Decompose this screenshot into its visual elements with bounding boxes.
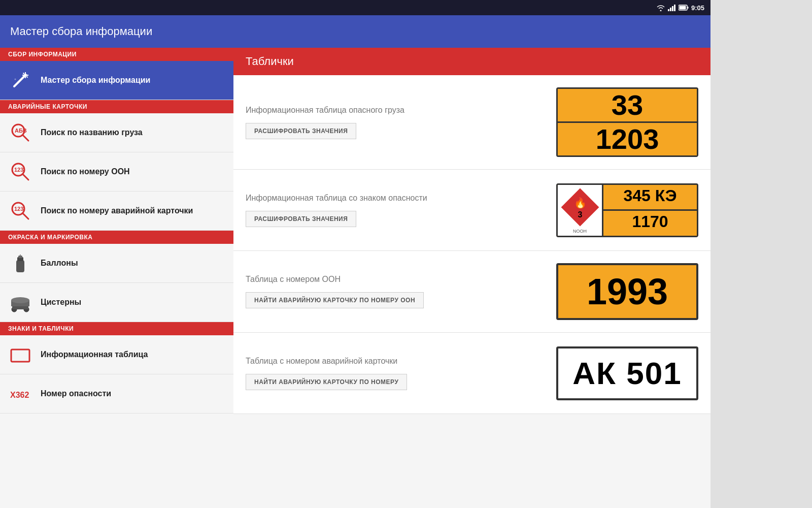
sidebar-item-danger-num[interactable]: X362 Номер опасности	[0, 374, 233, 414]
hazmat-plate-display: 33 1203	[556, 87, 698, 157]
svg-point-32	[11, 297, 29, 303]
battery-icon	[679, 5, 689, 11]
sidebar-item-search-un[interactable]: 123 Поиск по номеру ООН	[0, 152, 233, 192]
tank-icon	[8, 290, 32, 314]
card-un-title: Таблица с номером ООН	[246, 275, 540, 284]
main-layout: СБОР ИНФОРМАЦИИ	[0, 48, 710, 508]
card-hazmat-button[interactable]: РАСШИФРОВАТЬ ЗНАЧЕНИЯ	[246, 123, 356, 139]
search-card-icon: 123	[8, 199, 32, 223]
sidebar-item-master-label: Мастер сбора информации	[41, 76, 150, 85]
svg-rect-2	[672, 6, 673, 11]
svg-rect-26	[16, 260, 24, 272]
svg-text:🔥: 🔥	[573, 197, 586, 209]
sidebar-item-cylinders[interactable]: Баллоны	[0, 244, 233, 283]
app-bar-title: Мастер сбора информации	[10, 25, 152, 38]
svg-text:АБВ: АБВ	[15, 128, 27, 134]
card-ak-left: Таблица с номером аварийной карточки НАЙ…	[246, 357, 540, 390]
svg-line-21	[23, 174, 28, 180]
card-ak-plate-visual: АК 501	[556, 346, 698, 400]
svg-rect-1	[670, 8, 671, 11]
sidebar-item-master[interactable]: Мастер сбора информации	[0, 61, 233, 100]
svg-line-18	[23, 135, 28, 141]
hazmat-plate-bottom: 1203	[558, 123, 697, 155]
content-area: Таблички Информационная таблица опасного…	[233, 48, 710, 508]
card-hazmat-title: Информационная таблица опасного груза	[246, 106, 540, 115]
svg-rect-6	[679, 6, 686, 10]
svg-rect-36	[11, 350, 29, 362]
danger-diamond: 🔥 3	[560, 187, 600, 228]
un-plate-display: 1993	[556, 263, 698, 320]
ak-plate-display: АК 501	[556, 346, 698, 400]
card-hazmat-plate: Информационная таблица опасного груза РА…	[233, 75, 710, 170]
table-rect-icon	[8, 342, 32, 367]
svg-rect-35	[12, 306, 28, 309]
app-bar: Мастер сбора информации	[0, 15, 710, 48]
svg-line-13	[23, 73, 24, 74]
section-header-avarcard: АВАРИЙНЫЕ КАРТОЧКИ	[0, 100, 233, 113]
svg-point-16	[15, 79, 16, 80]
signal-icon	[668, 4, 676, 11]
sidebar-item-search-name-label: Поиск по названию груза	[41, 128, 143, 137]
svg-line-7	[14, 76, 24, 86]
sidebar-item-search-card-label: Поиск по номеру аварийной карточки	[41, 206, 193, 215]
svg-text:3: 3	[578, 210, 582, 219]
sidebar-item-search-card[interactable]: 123 Поиск по номеру аварийной карточки	[0, 192, 233, 231]
card-ak-table: Таблица с номером аварийной карточки НАЙ…	[233, 333, 710, 414]
combo-plate-right: 345 КЭ 1170	[603, 185, 697, 236]
sidebar-item-tanks[interactable]: Цистерны	[0, 283, 233, 322]
svg-rect-0	[668, 9, 669, 11]
card-hazmat-left: Информационная таблица опасного груза РА…	[246, 106, 540, 139]
sidebar-item-tanks-label: Цистерны	[41, 298, 81, 307]
card-hazmat-plate-visual: 33 1203	[556, 87, 698, 157]
card-un-plate-visual: 1993	[556, 263, 698, 320]
search-num-icon: 123	[8, 160, 32, 184]
content-header-title: Таблички	[246, 55, 294, 68]
hazmat-plate-top: 33	[558, 89, 697, 123]
cylinder-icon	[8, 251, 32, 275]
section-header-sborinfo: СБОР ИНФОРМАЦИИ	[0, 48, 233, 61]
svg-text:X362: X362	[10, 391, 29, 399]
sidebar: СБОР ИНФОРМАЦИИ	[0, 48, 233, 508]
card-un-left: Таблица с номером ООН НАЙТИ АВАРИЙНУЮ КА…	[246, 275, 540, 308]
diamond-svg: 🔥 3	[560, 187, 600, 228]
sidebar-item-info-table[interactable]: Информационная таблица	[0, 335, 233, 374]
combo-plate-display: 🔥 3 NOOH 345 КЭ 1170	[556, 183, 698, 237]
sidebar-item-search-un-label: Поиск по номеру ООН	[41, 167, 130, 176]
un-plate-number: 1993	[562, 273, 692, 310]
section-header-marking: ОКРАСКА И МАРКИРОВКА	[0, 231, 233, 244]
svg-text:123: 123	[14, 167, 23, 173]
card-sign-title: Информационная таблица со знаком опаснос…	[246, 194, 540, 203]
card-sign-plate-visual: 🔥 3 NOOH 345 КЭ 1170	[556, 183, 698, 237]
search-text-icon: АБВ	[8, 120, 32, 145]
svg-rect-3	[674, 5, 675, 11]
wifi-icon	[656, 4, 665, 11]
card-un-button[interactable]: НАЙТИ АВАРИЙНУЮ КАРТОЧКУ ПО НОМЕРУ ООН	[246, 292, 424, 308]
combo-plate-un: 1170	[603, 211, 697, 236]
section-header-signs: ЗНАКИ И ТАБЛИЧКИ	[0, 322, 233, 335]
svg-text:123: 123	[14, 206, 23, 212]
svg-point-8	[24, 74, 27, 77]
svg-point-15	[17, 81, 19, 83]
x362-icon: X362	[8, 382, 32, 406]
status-bar: 9:05	[0, 0, 710, 15]
combo-plate-left: 🔥 3 NOOH	[558, 185, 603, 236]
sidebar-item-cylinders-label: Баллоны	[41, 259, 78, 268]
ak-plate-text: АК 501	[562, 358, 692, 389]
card-ak-button[interactable]: НАЙТИ АВАРИЙНУЮ КАРТОЧКУ ПО НОМЕРУ	[246, 374, 407, 390]
svg-rect-5	[687, 7, 688, 9]
status-time: 9:05	[691, 4, 704, 12]
sidebar-item-search-name[interactable]: АБВ Поиск по названию груза	[0, 113, 233, 152]
sidebar-item-danger-num-label: Номер опасности	[41, 389, 111, 398]
nooh-label: NOOH	[573, 229, 587, 234]
card-un-table: Таблица с номером ООН НАЙТИ АВАРИЙНУЮ КА…	[233, 251, 710, 333]
magic-wand-icon	[8, 68, 32, 92]
svg-line-14	[27, 77, 28, 78]
content-header: Таблички	[233, 48, 710, 75]
card-sign-left: Информационная таблица со знаком опаснос…	[246, 194, 540, 227]
svg-line-24	[23, 213, 28, 219]
combo-plate-code: 345 КЭ	[603, 185, 697, 211]
card-sign-button[interactable]: РАСШИФРОВАТЬ ЗНАЧЕНИЯ	[246, 211, 356, 227]
sidebar-item-info-table-label: Информационная таблица	[41, 350, 148, 359]
card-ak-title: Таблица с номером аварийной карточки	[246, 357, 540, 366]
status-icons: 9:05	[656, 4, 704, 12]
